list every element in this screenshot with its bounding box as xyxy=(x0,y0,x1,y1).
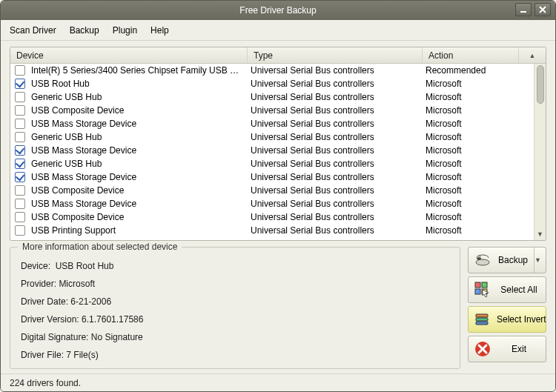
cell-action: Microsoft xyxy=(424,79,520,89)
cell-device: USB Composite Device xyxy=(30,212,249,222)
window-controls xyxy=(515,3,551,16)
select-all-button[interactable]: Select All xyxy=(468,276,546,303)
row-checkbox[interactable] xyxy=(15,199,25,209)
info-version-value: 6.1.7601.17586 xyxy=(82,314,143,325)
stack-icon xyxy=(473,310,492,329)
row-checkbox[interactable] xyxy=(15,119,25,129)
driver-table: Device Type Action ▲ Intel(R) 5 Series/3… xyxy=(10,47,546,241)
group-legend: More information about selected device xyxy=(18,242,182,252)
cell-action: Microsoft xyxy=(424,92,520,102)
cell-type: Universal Serial Bus controllers xyxy=(249,79,424,89)
grid-cursor-icon xyxy=(473,280,492,299)
chevron-up-icon: ▲ xyxy=(529,52,536,59)
cell-action: Microsoft xyxy=(424,145,520,156)
row-checkbox[interactable] xyxy=(15,145,25,156)
table-row[interactable]: USB Composite DeviceUniversal Serial Bus… xyxy=(10,184,546,197)
cell-type: Universal Serial Bus controllers xyxy=(249,65,424,76)
table-row[interactable]: Generic USB HubUniversal Serial Bus cont… xyxy=(10,130,546,144)
table-row[interactable]: USB Composite DeviceUniversal Serial Bus… xyxy=(10,210,546,224)
menu-scan-driver[interactable]: Scan Driver xyxy=(10,24,56,37)
row-checkbox[interactable] xyxy=(15,92,25,102)
menu-backup[interactable]: Backup xyxy=(70,24,99,37)
row-checkbox[interactable] xyxy=(15,132,25,142)
table-row[interactable]: USB Mass Storage DeviceUniversal Serial … xyxy=(10,197,546,210)
cell-type: Universal Serial Bus controllers xyxy=(249,225,424,236)
row-checkbox[interactable] xyxy=(15,105,25,116)
info-file-value: 7 File(s) xyxy=(66,350,98,360)
table-row[interactable]: USB Mass Storage DeviceUniversal Serial … xyxy=(10,144,546,157)
disk-icon xyxy=(473,250,492,270)
row-checkbox[interactable] xyxy=(15,65,25,76)
button-column: Backup ▼ Select All xyxy=(468,247,546,369)
row-checkbox[interactable] xyxy=(15,185,25,196)
info-provider-value: Microsoft xyxy=(59,279,95,289)
header-device[interactable]: Device xyxy=(10,47,248,63)
table-header: Device Type Action ▲ xyxy=(10,47,546,64)
status-text: 224 drivers found. xyxy=(10,378,81,388)
svg-point-1 xyxy=(476,259,489,265)
header-action[interactable]: Action xyxy=(423,47,519,63)
content-area: Device Type Action ▲ Intel(R) 5 Series/3… xyxy=(1,41,555,373)
app-window: Free Driver Backup Scan Driver Backup Pl… xyxy=(0,0,556,392)
cell-device: USB Composite Device xyxy=(30,185,249,196)
device-info-group: More information about selected device D… xyxy=(10,247,460,369)
menu-plugin[interactable]: Plugin xyxy=(113,24,137,37)
info-signature-label: Digital Signature: xyxy=(21,332,88,342)
info-device-label: Device: xyxy=(21,261,50,271)
menubar: Scan Driver Backup Plugin Help xyxy=(1,20,555,41)
header-type[interactable]: Type xyxy=(248,47,423,63)
cell-type: Universal Serial Bus controllers xyxy=(249,212,424,222)
row-checkbox[interactable] xyxy=(15,225,25,236)
info-signature: Digital Signature: No Signature xyxy=(21,332,449,342)
table-row[interactable]: USB Root HubUniversal Serial Bus control… xyxy=(10,77,546,90)
table-row[interactable]: Generic USB HubUniversal Serial Bus cont… xyxy=(10,157,546,170)
cell-device: USB Mass Storage Device xyxy=(30,145,249,156)
backup-label: Backup xyxy=(497,255,529,265)
info-provider: Provider: Microsoft xyxy=(21,279,449,289)
svg-rect-9 xyxy=(476,322,488,325)
backup-button[interactable]: Backup ▼ xyxy=(468,247,546,273)
row-checkbox[interactable] xyxy=(15,79,25,89)
lower-panel: More information about selected device D… xyxy=(10,247,546,369)
cell-device: USB Composite Device xyxy=(30,105,249,116)
row-checkbox[interactable] xyxy=(15,159,25,169)
svg-rect-4 xyxy=(482,282,487,288)
header-scroll-spacer: ▲ xyxy=(519,47,546,63)
exit-button[interactable]: Exit xyxy=(468,336,546,362)
svg-rect-0 xyxy=(520,11,526,13)
select-invert-label: Select Invert xyxy=(497,314,546,325)
cell-action: Microsoft xyxy=(424,172,520,182)
cell-type: Universal Serial Bus controllers xyxy=(249,105,424,116)
table-row[interactable]: Generic USB HubUniversal Serial Bus cont… xyxy=(10,90,546,104)
cell-type: Universal Serial Bus controllers xyxy=(249,172,424,182)
cell-action: Microsoft xyxy=(424,199,520,209)
info-file: Driver File: 7 File(s) xyxy=(21,350,449,360)
cell-type: Universal Serial Bus controllers xyxy=(249,145,424,156)
cell-action: Microsoft xyxy=(424,159,520,169)
scrollbar-thumb[interactable] xyxy=(537,65,544,104)
cell-action: Microsoft xyxy=(424,132,520,142)
table-row[interactable]: Intel(R) 5 Series/3400 Series Chipset Fa… xyxy=(10,64,546,77)
select-all-label: Select All xyxy=(497,285,541,295)
menu-help[interactable]: Help xyxy=(150,24,169,37)
cell-action: Microsoft xyxy=(424,119,520,129)
row-checkbox[interactable] xyxy=(15,212,25,222)
svg-rect-8 xyxy=(476,318,488,321)
cell-action: Microsoft xyxy=(424,185,520,196)
scroll-down-button[interactable]: ▼ xyxy=(535,228,546,240)
select-invert-button[interactable]: Select Invert xyxy=(468,306,546,333)
row-checkbox[interactable] xyxy=(15,172,25,182)
backup-dropdown[interactable]: ▼ xyxy=(534,248,541,273)
scrollbar[interactable]: ▼ xyxy=(534,64,546,240)
info-file-label: Driver File: xyxy=(21,350,64,360)
table-row[interactable]: USB Mass Storage DeviceUniversal Serial … xyxy=(10,170,546,184)
minimize-button[interactable] xyxy=(515,3,532,16)
table-row[interactable]: USB Mass Storage DeviceUniversal Serial … xyxy=(10,117,546,130)
cell-action: Microsoft xyxy=(424,105,520,116)
table-row[interactable]: USB Composite DeviceUniversal Serial Bus… xyxy=(10,104,546,117)
close-button[interactable] xyxy=(535,3,551,16)
info-device: Device: USB Root Hub xyxy=(21,261,449,271)
close-icon xyxy=(538,5,547,14)
table-row[interactable]: USB Printing SupportUniversal Serial Bus… xyxy=(10,224,546,237)
table-body[interactable]: Intel(R) 5 Series/3400 Series Chipset Fa… xyxy=(10,64,546,240)
